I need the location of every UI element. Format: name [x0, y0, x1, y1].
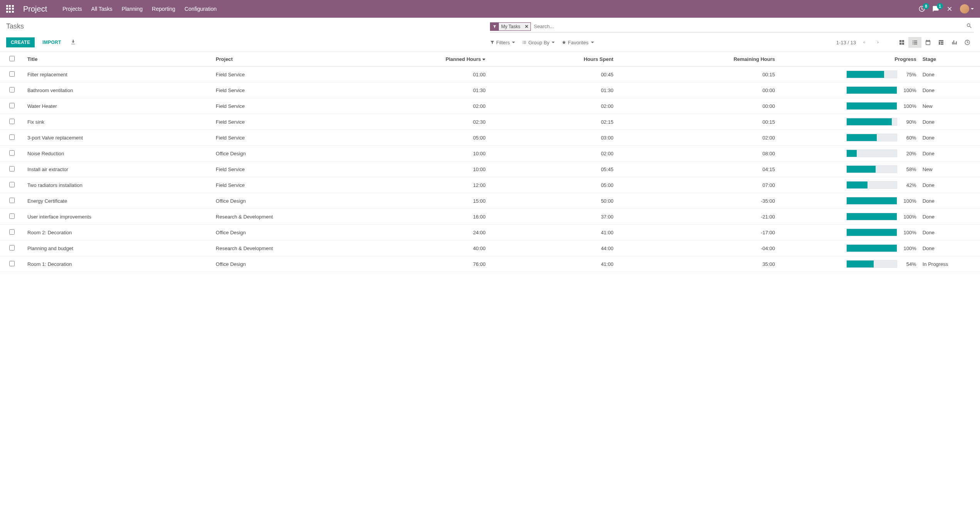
- row-checkbox[interactable]: [9, 166, 15, 171]
- select-all-checkbox[interactable]: [9, 56, 15, 61]
- facet-remove[interactable]: ✕: [523, 23, 530, 30]
- nav-projects[interactable]: Projects: [62, 6, 82, 12]
- messages-icon[interactable]: 1: [932, 5, 939, 12]
- table-row[interactable]: Planning and budgetResearch & Developmen…: [0, 240, 980, 256]
- caret-down-icon: [512, 42, 515, 43]
- pivot-view-button[interactable]: [935, 37, 948, 48]
- caret-down-icon: [591, 42, 594, 43]
- nav-planning[interactable]: Planning: [122, 6, 143, 12]
- search-bar[interactable]: My Tasks ✕: [490, 21, 974, 32]
- col-stage[interactable]: Stage: [920, 52, 980, 67]
- pager-range[interactable]: 1-13 / 13: [836, 40, 856, 45]
- progress-bar: [846, 213, 897, 220]
- cell-project: Office Design: [213, 146, 374, 161]
- col-title[interactable]: Title: [24, 52, 213, 67]
- cell-planned: 01:30: [374, 82, 488, 98]
- table-row[interactable]: Room 2: DecorationOffice Design24:0041:0…: [0, 225, 980, 240]
- favorites-dropdown[interactable]: Favorites: [562, 40, 594, 45]
- progress-bar: [846, 165, 897, 173]
- table-row[interactable]: Fix sinkField Service02:3002:1500:1590%D…: [0, 114, 980, 130]
- pager-prev[interactable]: [858, 37, 870, 48]
- cell-title: Water Heater: [24, 98, 213, 114]
- row-checkbox[interactable]: [9, 261, 15, 266]
- cell-remaining: 35:00: [616, 256, 778, 272]
- star-icon: [562, 40, 566, 45]
- row-checkbox[interactable]: [9, 119, 15, 124]
- filters-dropdown[interactable]: Filters: [490, 40, 515, 45]
- table-row[interactable]: Water HeaterField Service02:0002:0000:00…: [0, 98, 980, 114]
- row-checkbox[interactable]: [9, 150, 15, 156]
- calendar-view-button[interactable]: [921, 37, 935, 48]
- cell-remaining: 04:15: [616, 161, 778, 177]
- favorites-label: Favorites: [568, 40, 588, 45]
- progress-bar: [846, 260, 897, 268]
- table-header-row: Title Project Planned Hours Hours Spent …: [0, 52, 980, 67]
- pager-next[interactable]: [872, 37, 884, 48]
- table-row[interactable]: Two radiators installationField Service1…: [0, 177, 980, 193]
- app-brand[interactable]: Project: [23, 5, 47, 13]
- cell-progress: 58%: [778, 161, 920, 177]
- col-hours-spent[interactable]: Hours Spent: [488, 52, 616, 67]
- download-icon[interactable]: [69, 38, 77, 47]
- row-checkbox[interactable]: [9, 87, 15, 92]
- activity-view-button[interactable]: [961, 37, 974, 48]
- cell-title: Two radiators installation: [24, 177, 213, 193]
- close-icon[interactable]: [946, 5, 953, 12]
- row-checkbox[interactable]: [9, 229, 15, 235]
- table-row[interactable]: Filter replacementField Service01:0000:4…: [0, 67, 980, 82]
- table-row[interactable]: Room 1: DecorationOffice Design76:0041:0…: [0, 256, 980, 272]
- cell-remaining: -17:00: [616, 225, 778, 240]
- row-checkbox[interactable]: [9, 134, 15, 140]
- search-icon[interactable]: [965, 23, 974, 30]
- nav-configuration[interactable]: Configuration: [185, 6, 216, 12]
- groupby-dropdown[interactable]: Group By: [522, 40, 555, 45]
- table-row[interactable]: User interface improvementsResearch & De…: [0, 209, 980, 225]
- row-checkbox[interactable]: [9, 71, 15, 77]
- cell-spent: 03:00: [488, 130, 616, 146]
- progress-pct: 90%: [901, 119, 916, 125]
- progress-pct: 58%: [901, 166, 916, 172]
- cell-spent: 02:00: [488, 146, 616, 161]
- table-row[interactable]: Energy CertificateOffice Design15:0050:0…: [0, 193, 980, 209]
- nav-reporting[interactable]: Reporting: [152, 6, 175, 12]
- create-button[interactable]: CREATE: [6, 37, 35, 47]
- search-input[interactable]: [531, 22, 965, 31]
- import-button[interactable]: IMPORT: [39, 37, 64, 47]
- cell-remaining: 08:00: [616, 146, 778, 161]
- activities-icon[interactable]: 8: [918, 5, 925, 12]
- table-row[interactable]: Install air extractorField Service10:000…: [0, 161, 980, 177]
- col-remaining-hours[interactable]: Remaining Hours: [616, 52, 778, 67]
- graph-view-button[interactable]: [948, 37, 961, 48]
- cell-project: Field Service: [213, 130, 374, 146]
- col-project[interactable]: Project: [213, 52, 374, 67]
- activities-badge: 8: [923, 3, 929, 9]
- cell-planned: 02:30: [374, 114, 488, 130]
- table-row[interactable]: 3-port Valve replacementField Service05:…: [0, 130, 980, 146]
- table-row[interactable]: Noise ReductionOffice Design10:0002:0008…: [0, 146, 980, 161]
- cell-project: Field Service: [213, 114, 374, 130]
- cell-spent: 00:45: [488, 67, 616, 82]
- avatar: [960, 4, 969, 13]
- row-checkbox[interactable]: [9, 213, 15, 219]
- progress-bar: [846, 86, 897, 94]
- row-checkbox[interactable]: [9, 182, 15, 187]
- progress-pct: 100%: [901, 230, 916, 235]
- progress-bar: [846, 150, 897, 157]
- apps-icon[interactable]: [6, 5, 14, 13]
- row-checkbox[interactable]: [9, 245, 15, 250]
- cell-progress: 20%: [778, 146, 920, 161]
- table-row[interactable]: Bathroom ventilationField Service01:3001…: [0, 82, 980, 98]
- cell-stage: Done: [920, 146, 980, 161]
- nav-all-tasks[interactable]: All Tasks: [91, 6, 112, 12]
- row-checkbox[interactable]: [9, 103, 15, 108]
- col-planned-hours[interactable]: Planned Hours: [374, 52, 488, 67]
- row-checkbox[interactable]: [9, 198, 15, 203]
- kanban-view-button[interactable]: [895, 37, 908, 48]
- cell-progress: 100%: [778, 98, 920, 114]
- cell-planned: 01:00: [374, 67, 488, 82]
- cell-remaining: -04:00: [616, 240, 778, 256]
- cell-title: Room 1: Decoration: [24, 256, 213, 272]
- user-menu[interactable]: [960, 4, 974, 13]
- list-view-button[interactable]: [908, 37, 921, 48]
- col-progress[interactable]: Progress: [778, 52, 920, 67]
